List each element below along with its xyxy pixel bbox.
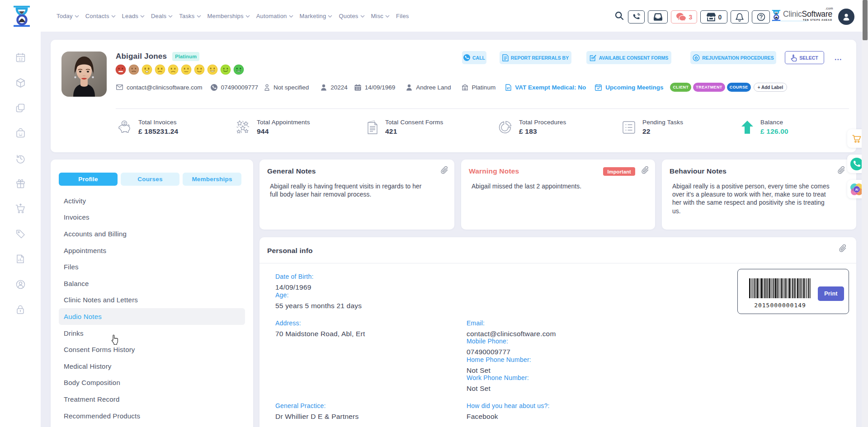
scrollbar-track[interactable] bbox=[862, 0, 868, 427]
tab-memberships[interactable]: Memberships bbox=[183, 173, 241, 186]
sidebar-gift-icon[interactable] bbox=[0, 171, 41, 196]
client-owner[interactable]: Andree Land bbox=[406, 84, 451, 91]
nav-today[interactable]: Today bbox=[57, 13, 79, 19]
nav-tasks[interactable]: Tasks bbox=[179, 13, 201, 19]
search-icon[interactable] bbox=[614, 11, 624, 21]
mood-10-icon[interactable] bbox=[233, 64, 244, 75]
panel-menu: Activity Invoices Accounts and Billing A… bbox=[59, 192, 245, 424]
dialer-button[interactable] bbox=[628, 10, 645, 23]
select-button[interactable]: SELECT bbox=[785, 51, 824, 64]
menu-activity[interactable]: Activity bbox=[59, 192, 245, 209]
client-branch[interactable]: Platinum bbox=[462, 84, 496, 91]
general-notes-card: General Notes Abigail really is having f… bbox=[259, 160, 454, 230]
behaviour-notes-attach-icon[interactable] bbox=[838, 166, 845, 174]
menu-balance[interactable]: Balance bbox=[59, 275, 245, 292]
tag-course[interactable]: COURSE bbox=[727, 83, 751, 92]
general-notes-body: Abigail really is having frequent visits… bbox=[270, 183, 429, 199]
menu-invoices[interactable]: Invoices bbox=[59, 209, 245, 226]
menu-appointments[interactable]: Appointments bbox=[59, 242, 245, 259]
menu-drinks[interactable]: Drinks bbox=[59, 325, 245, 342]
nav-marketing[interactable]: Marketing bbox=[300, 13, 333, 19]
mood-5-icon[interactable] bbox=[168, 64, 179, 75]
mood-4-icon[interactable] bbox=[155, 64, 165, 75]
nav-memberships[interactable]: Memberships bbox=[208, 13, 250, 19]
sidebar-report-icon[interactable] bbox=[0, 247, 41, 272]
nav-quotes[interactable]: Quotes bbox=[339, 13, 364, 19]
tier-badge: Platinum bbox=[172, 52, 199, 61]
mood-2-icon[interactable] bbox=[128, 64, 139, 75]
sidebar-bag-icon[interactable] bbox=[0, 121, 41, 146]
mood-3-icon[interactable] bbox=[142, 64, 152, 75]
menu-consent-forms-history[interactable]: Consent Forms History bbox=[59, 341, 245, 358]
menu-recommended-products[interactable]: Recommended Products bbox=[59, 408, 245, 424]
nav-misc[interactable]: Misc bbox=[371, 13, 390, 19]
sidebar-cart-icon[interactable] bbox=[0, 196, 41, 221]
mood-8-icon[interactable] bbox=[207, 64, 218, 75]
menu-accounts-and-billing[interactable]: Accounts and Billing bbox=[59, 225, 245, 242]
mood-9-icon[interactable] bbox=[220, 64, 231, 75]
menu-audio-notes[interactable]: Audio Notes bbox=[59, 308, 245, 325]
store-button[interactable]: 0 bbox=[700, 10, 727, 23]
main-nav: Today Contacts Leads Deals Tasks Members… bbox=[57, 0, 409, 32]
report-referrals-button[interactable]: REPORT REFERRALS BY bbox=[500, 51, 571, 64]
personal-info-card: Personal info Date of Birth: 14/09/1969 … bbox=[259, 237, 856, 427]
nav-contacts[interactable]: Contacts bbox=[85, 13, 116, 19]
menu-clinic-notes-and-letters[interactable]: Clinic Notes and Letters bbox=[59, 292, 245, 309]
sidebar-copy-icon[interactable] bbox=[0, 95, 41, 121]
notifications-button[interactable] bbox=[731, 10, 749, 23]
print-button[interactable]: Print bbox=[818, 286, 844, 301]
nav-automation[interactable]: Automation bbox=[256, 13, 293, 19]
nav-leads[interactable]: Leads bbox=[122, 13, 145, 19]
general-notes-attach-icon[interactable] bbox=[441, 166, 448, 174]
menu-body-composition[interactable]: Body Composition bbox=[59, 375, 245, 391]
client-dob[interactable]: 14/09/1969 bbox=[354, 84, 396, 91]
sidebar-lock-icon[interactable] bbox=[0, 297, 41, 322]
menu-treatment-record[interactable]: Treatment Record bbox=[59, 391, 245, 408]
client-phone[interactable]: 07490009777 bbox=[211, 84, 259, 91]
sidebar-person-circle-icon[interactable] bbox=[0, 272, 41, 297]
more-actions-button[interactable]: ... bbox=[835, 54, 842, 62]
warning-notes-attach-icon[interactable] bbox=[642, 166, 649, 174]
tab-courses[interactable]: Courses bbox=[121, 173, 179, 186]
menu-medical-history[interactable]: Medical History bbox=[59, 358, 245, 375]
client-email[interactable]: contact@clinicsoftware.com bbox=[116, 84, 203, 91]
sidebar-cube-icon[interactable] bbox=[0, 70, 41, 96]
mood-7-icon[interactable] bbox=[194, 64, 205, 75]
tag-treatment[interactable]: TREATMENT bbox=[693, 83, 725, 92]
client-id[interactable]: 20224 bbox=[321, 84, 348, 91]
inbox-button[interactable] bbox=[648, 10, 668, 23]
rejuvenation-procedures-button[interactable]: REJUVENATION PROCEDURES bbox=[690, 51, 776, 64]
sidebar-icon-rail: 12 bbox=[0, 45, 41, 322]
field-how-did-you-hear: How did you hear about us?: Facebook bbox=[467, 402, 550, 421]
upcoming-meetings-link[interactable]: Upcoming Meetings bbox=[595, 84, 663, 91]
chat-button[interactable]: 3 bbox=[671, 10, 697, 23]
sidebar-calendar-icon[interactable]: 12 bbox=[0, 45, 41, 70]
add-label-button[interactable]: + Add Label bbox=[754, 83, 788, 92]
help-button[interactable] bbox=[752, 10, 770, 23]
tag-client[interactable]: CLIENT bbox=[670, 83, 691, 92]
menu-files[interactable]: Files bbox=[59, 258, 245, 275]
user-avatar[interactable] bbox=[838, 9, 854, 25]
vat-exempt-link[interactable]: VAT Exempt Medical: No bbox=[505, 84, 586, 91]
clinicsoftware-logo[interactable]: ClinicSoftware .com TEN STEPS AHEAD bbox=[771, 9, 832, 21]
stat-total-appointments: Total Appointments944 bbox=[235, 119, 310, 136]
tab-profile[interactable]: Profile bbox=[59, 173, 118, 186]
sidebar-tag-icon[interactable] bbox=[0, 221, 41, 247]
available-consent-forms-button[interactable]: AVAILABLE CONSENT FORMS bbox=[586, 51, 671, 64]
call-button[interactable]: CALL bbox=[462, 51, 486, 64]
client-photo[interactable] bbox=[61, 52, 107, 97]
sidebar-history-icon[interactable] bbox=[0, 146, 41, 171]
mood-1-icon[interactable] bbox=[115, 64, 126, 75]
client-gender[interactable]: Not specified bbox=[264, 84, 309, 91]
mood-6-icon[interactable] bbox=[181, 64, 192, 75]
nav-deals[interactable]: Deals bbox=[151, 13, 173, 19]
hourglass-logo-icon[interactable] bbox=[11, 5, 32, 27]
scrollbar-thumb[interactable] bbox=[863, 0, 868, 40]
stat-pending-tasks: Pending Tasks22 bbox=[622, 119, 683, 136]
warning-notes-title: Warning Notes bbox=[469, 167, 519, 175]
personal-info-attach-icon[interactable] bbox=[839, 244, 847, 253]
svg-text:AI: AI bbox=[855, 188, 858, 191]
nav-files[interactable]: Files bbox=[396, 13, 409, 19]
brand-name: ClinicSoftware bbox=[783, 9, 832, 19]
contact-info-row: contact@clinicsoftware.com 07490009777 N… bbox=[116, 83, 787, 92]
